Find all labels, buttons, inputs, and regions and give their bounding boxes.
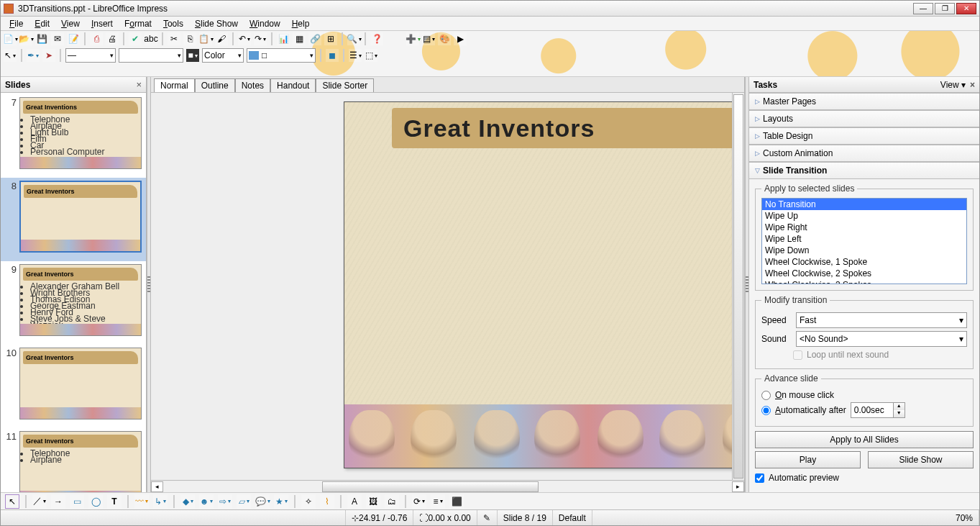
menu-insert[interactable]: Insert xyxy=(86,17,119,30)
transition-option[interactable]: Wipe Down xyxy=(762,245,966,256)
text-icon[interactable]: T xyxy=(107,494,122,509)
line-color-icon[interactable]: ✒ xyxy=(27,49,40,62)
rotate-icon[interactable]: ⟳ xyxy=(412,494,426,509)
symbol-shapes-icon[interactable]: ☻ xyxy=(199,494,214,509)
transition-option[interactable]: Wipe Up xyxy=(762,210,966,222)
slide-thumb-8[interactable]: 8Great Inventors xyxy=(1,178,146,261)
from-file-icon[interactable]: 🖼 xyxy=(366,494,380,509)
redo-icon[interactable]: ↷ xyxy=(254,32,267,45)
auto-after-radio[interactable] xyxy=(761,406,771,415)
slide-thumb-10[interactable]: 10Great Inventors xyxy=(1,345,146,428)
tasks-panel-close-icon[interactable]: × xyxy=(970,80,975,90)
help-icon[interactable]: ❓ xyxy=(370,32,383,45)
transition-option[interactable]: Wheel Clockwise, 3 Spokes xyxy=(762,279,966,284)
navigator-icon[interactable]: ⊞ xyxy=(324,32,337,45)
vertical-scrollbar[interactable] xyxy=(732,93,744,480)
menu-view[interactable]: View xyxy=(55,17,86,30)
scroll-right-icon[interactable]: ▸ xyxy=(732,481,744,492)
save-icon[interactable]: 💾 xyxy=(35,32,48,45)
align-obj-icon[interactable]: ≡ xyxy=(431,494,445,509)
slide-thumb-11[interactable]: 11Great InventorsTelephoneAirplane xyxy=(1,428,146,492)
auto-after-value[interactable] xyxy=(851,403,893,417)
gallery-icon[interactable]: 🗂 xyxy=(385,494,399,509)
object-align-icon[interactable]: ☰ xyxy=(349,49,362,62)
transition-option[interactable]: No Transition xyxy=(762,199,966,210)
shadow-icon[interactable]: ◼ xyxy=(326,49,339,62)
arrange-icon[interactable]: ⬚ xyxy=(365,49,377,62)
slide-layout-icon[interactable]: ▤ xyxy=(422,32,435,45)
email-icon[interactable]: ✉ xyxy=(51,32,64,45)
task-section-custom-animation[interactable]: ▷Custom Animation xyxy=(749,145,979,162)
slide-design-icon[interactable]: 🎨 xyxy=(438,32,451,45)
fontwork-icon[interactable]: A xyxy=(347,494,362,509)
print-icon[interactable]: 🖨 xyxy=(106,32,119,45)
glue-icon[interactable]: ⌇ xyxy=(320,494,334,509)
sound-select[interactable]: <No Sound>▾ xyxy=(796,331,967,347)
line-tool-icon[interactable]: ／ xyxy=(32,494,47,509)
auto-after-spin[interactable]: ▲▼ xyxy=(851,402,905,418)
format-paint-icon[interactable]: 🖌 xyxy=(215,32,228,45)
menu-slideshow[interactable]: Slide Show xyxy=(189,17,244,30)
maximize-button[interactable]: ❐ xyxy=(935,3,955,14)
rect-icon[interactable]: ▭ xyxy=(70,494,84,509)
auto-preview-checkbox[interactable] xyxy=(755,473,764,483)
flowchart-icon[interactable]: ▱ xyxy=(237,494,251,509)
view-tab-slide-sorter[interactable]: Slide Sorter xyxy=(316,78,374,92)
menu-help[interactable]: Help xyxy=(286,17,316,30)
play-button[interactable]: Play xyxy=(755,451,861,468)
status-sig[interactable]: ✎ xyxy=(477,510,498,525)
close-button[interactable]: ✕ xyxy=(956,3,976,14)
view-tab-outline[interactable]: Outline xyxy=(195,78,235,92)
curve-icon[interactable]: 〰 xyxy=(134,494,149,509)
on-mouse-radio[interactable] xyxy=(761,391,771,400)
pdf-export-icon[interactable]: ⎙ xyxy=(90,32,103,45)
slide-thumb-7[interactable]: 7Great InventionsTelephoneAirplaneLight … xyxy=(1,94,146,178)
canvas-area[interactable]: Great Inventors xyxy=(151,93,744,480)
hyperlink-icon[interactable]: 🔗 xyxy=(308,32,321,45)
fill-type-select[interactable]: Color▾ xyxy=(202,48,244,63)
slide-title-bar[interactable]: Great Inventors xyxy=(392,108,744,148)
slide-canvas[interactable]: Great Inventors xyxy=(344,101,744,468)
insert-slide-icon[interactable]: ➕ xyxy=(406,32,419,45)
copy-icon[interactable]: ⎘ xyxy=(183,32,196,45)
minimize-button[interactable]: — xyxy=(913,3,933,14)
slides-panel-close-icon[interactable]: × xyxy=(136,79,142,90)
task-section-slide-transition[interactable]: ▽Slide Transition xyxy=(749,162,979,179)
chart-icon[interactable]: 📊 xyxy=(277,32,290,45)
task-section-layouts[interactable]: ▷Layouts xyxy=(749,110,979,127)
basic-shapes-icon[interactable]: ◆ xyxy=(180,494,195,509)
line-width-select[interactable]: ▾ xyxy=(119,48,183,63)
slideshow-button[interactable]: Slide Show xyxy=(868,451,974,468)
block-arrows-icon[interactable]: ⇨ xyxy=(218,494,232,509)
view-tab-handout[interactable]: Handout xyxy=(270,78,316,92)
transition-option[interactable]: Wipe Left xyxy=(762,233,966,245)
cut-icon[interactable]: ✂ xyxy=(168,32,180,45)
transition-option[interactable]: Wheel Clockwise, 1 Spoke xyxy=(762,256,966,268)
arrow-style-icon[interactable]: ➤ xyxy=(42,49,55,62)
line-style-select[interactable]: —▾ xyxy=(65,48,116,63)
speed-select[interactable]: Fast▾ xyxy=(796,312,967,328)
extrusion-icon[interactable]: ⬛ xyxy=(449,494,464,509)
spellcheck-icon[interactable]: ✔ xyxy=(129,32,142,45)
undo-icon[interactable]: ↶ xyxy=(238,32,251,45)
horizontal-scrollbar[interactable]: ◂ ▸ xyxy=(151,480,744,492)
slides-list[interactable]: 7Great InventionsTelephoneAirplaneLight … xyxy=(1,93,146,492)
view-tab-notes[interactable]: Notes xyxy=(235,78,270,92)
paste-icon[interactable]: 📋 xyxy=(199,32,212,45)
slide-show-icon[interactable]: ▶ xyxy=(454,32,467,45)
slide-thumb-9[interactable]: 9Great InventorsAlexander Graham BellWri… xyxy=(1,261,146,345)
menu-tools[interactable]: Tools xyxy=(157,17,189,30)
open-icon[interactable]: 📂 xyxy=(19,32,32,45)
spin-down-icon[interactable]: ▼ xyxy=(893,410,905,417)
status-zoom[interactable]: 70% xyxy=(950,510,979,525)
task-section-master-pages[interactable]: ▷Master Pages xyxy=(749,93,979,110)
apply-all-button[interactable]: Apply to All Slides xyxy=(755,431,974,448)
zoom-icon[interactable]: 🔍 xyxy=(347,32,360,45)
table-icon[interactable]: ▦ xyxy=(293,32,306,45)
connector-icon[interactable]: ↳ xyxy=(153,494,168,509)
stars-icon[interactable]: ★ xyxy=(274,494,288,509)
arrow-select-icon[interactable]: ↖ xyxy=(4,49,17,62)
fill-color-select[interactable]: □▾ xyxy=(247,48,316,63)
arrow-line-icon[interactable]: → xyxy=(51,494,65,509)
view-tab-normal[interactable]: Normal xyxy=(154,78,195,92)
